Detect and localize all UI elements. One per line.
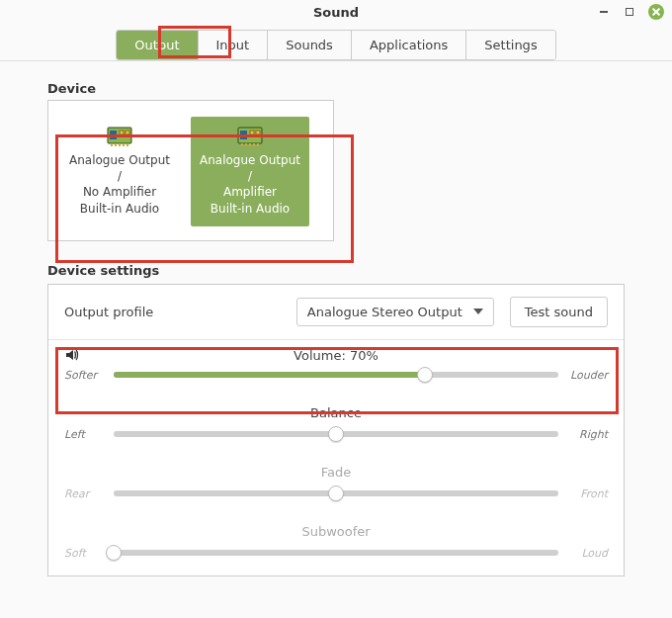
svg-rect-5 (115, 143, 117, 146)
svg-rect-10 (240, 131, 247, 139)
slider-min-label: Rear (64, 487, 104, 500)
svg-rect-6 (119, 143, 121, 146)
soundcard-icon (106, 125, 133, 146)
titlebar: Sound (0, 0, 672, 24)
svg-rect-4 (111, 143, 113, 146)
device-card-line: No Amplifier (66, 184, 173, 200)
slider-min-label: Left (64, 428, 104, 441)
svg-rect-11 (250, 131, 254, 134)
close-icon[interactable] (648, 4, 664, 20)
maximize-icon[interactable] (623, 5, 636, 19)
device-card-line: Amplifier (197, 184, 303, 200)
device-card-line: Analogue Output / (66, 152, 173, 184)
svg-rect-12 (256, 131, 260, 134)
output-profile-value: Analogue Stereo Output (307, 305, 462, 319)
slider-max-label: Front (568, 487, 608, 500)
device-panel: Analogue Output / No Amplifier Built-in … (47, 100, 334, 241)
svg-rect-1 (110, 131, 117, 139)
fade-label: Fade (64, 465, 608, 480)
tab-settings[interactable]: Settings (466, 31, 554, 59)
subwoofer-slider[interactable] (114, 550, 558, 556)
device-card-line: Built-in Audio (197, 201, 303, 217)
tab-input[interactable]: Input (199, 31, 269, 59)
slider-min-label: Soft (64, 547, 104, 560)
fade-slider[interactable] (114, 490, 558, 496)
svg-rect-17 (257, 143, 259, 146)
slider-min-label: Softer (64, 369, 104, 382)
window-title: Sound (313, 5, 359, 20)
svg-rect-3 (126, 131, 129, 134)
speaker-icon (64, 347, 80, 363)
svg-rect-8 (126, 143, 128, 146)
soundcard-icon (236, 125, 264, 146)
tab-output[interactable]: Output (117, 31, 198, 59)
subwoofer-label: Subwoofer (64, 524, 608, 539)
svg-rect-13 (241, 143, 243, 146)
tab-sounds[interactable]: Sounds (268, 31, 352, 59)
slider-max-label: Right (568, 428, 608, 441)
chevron-down-icon (473, 309, 483, 314)
volume-block: Volume: 70% Softer Louder (48, 340, 624, 397)
device-section-label: Device (47, 81, 625, 96)
device-settings-panel: Output profile Analogue Stereo Output Te… (47, 284, 625, 576)
device-settings-label: Device settings (47, 263, 625, 278)
tab-applications[interactable]: Applications (352, 31, 466, 59)
svg-rect-7 (123, 143, 125, 146)
output-profile-select[interactable]: Analogue Stereo Output (296, 298, 494, 326)
device-card-line: Analogue Output / (197, 152, 303, 184)
device-card[interactable]: Analogue Output / Amplifier Built-in Aud… (191, 117, 309, 226)
subwoofer-block: Subwoofer Soft Loud (48, 516, 624, 575)
slider-max-label: Louder (568, 369, 608, 382)
slider-max-label: Loud (568, 547, 608, 560)
test-sound-button[interactable]: Test sound (510, 297, 608, 327)
output-profile-label: Output profile (64, 305, 281, 319)
svg-rect-2 (120, 131, 124, 134)
balance-block: Balance Left Right (48, 397, 624, 457)
device-card[interactable]: Analogue Output / No Amplifier Built-in … (60, 117, 179, 226)
volume-label: Volume: 70% (294, 348, 378, 363)
svg-rect-14 (245, 143, 247, 146)
svg-rect-16 (253, 143, 255, 146)
balance-label: Balance (64, 405, 608, 420)
minimize-icon[interactable] (597, 5, 611, 19)
tabbar: Output Input Sounds Applications Setting… (0, 24, 672, 61)
svg-rect-15 (249, 143, 251, 146)
fade-block: Fade Rear Front (48, 457, 624, 516)
balance-slider[interactable] (114, 431, 558, 437)
device-card-line: Built-in Audio (66, 201, 173, 217)
volume-slider[interactable] (114, 372, 558, 378)
